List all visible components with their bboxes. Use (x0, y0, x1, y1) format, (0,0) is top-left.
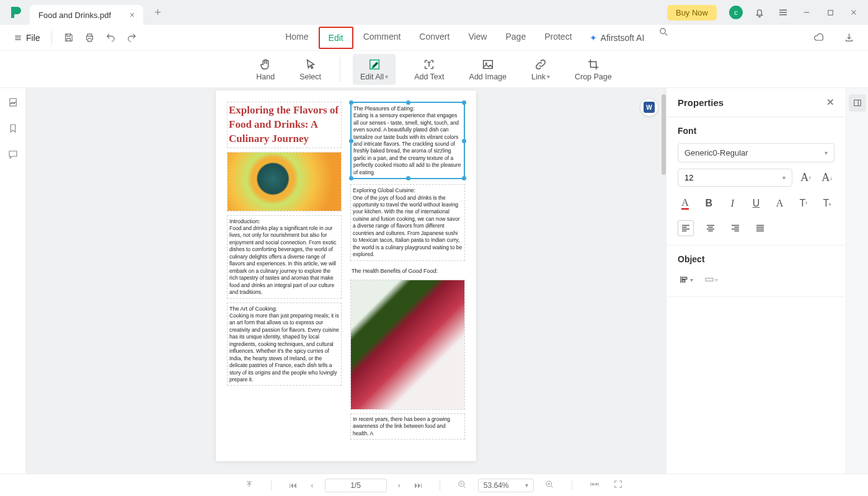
tool-edit-all[interactable]: Edit All▾ (353, 54, 396, 85)
workspace: Exploring the Flavors of Food and Drinks… (0, 88, 868, 474)
svg-rect-7 (854, 100, 861, 105)
object-section-title: Object (678, 254, 835, 264)
zoom-out-icon[interactable] (455, 480, 469, 491)
last-page-icon[interactable]: ⏭ (412, 480, 425, 490)
text-icon[interactable]: A (773, 195, 787, 211)
share-icon[interactable] (843, 32, 854, 43)
font-section-title: Font (678, 126, 835, 136)
thumbnails-icon[interactable] (7, 97, 19, 108)
tool-crop-page[interactable]: Crop Page (569, 55, 618, 84)
font-increase-icon[interactable]: A↑ (799, 170, 813, 185)
align-justify-icon[interactable] (752, 220, 768, 236)
search-icon[interactable] (658, 27, 669, 38)
underline-icon[interactable]: U (748, 195, 763, 211)
bold-icon[interactable]: B (701, 195, 716, 211)
fit-page-icon[interactable] (611, 479, 626, 491)
tool-hand[interactable]: Hand (250, 55, 281, 84)
menu-comment[interactable]: Comment (355, 27, 410, 49)
scroll-top-icon[interactable] (242, 480, 256, 490)
font-family-select[interactable]: Generic0-Regular ▾ (678, 143, 835, 162)
titlebar: Food and Drinks.pdf × + Buy Now c (0, 0, 868, 25)
chevron-down-icon: ▾ (525, 482, 528, 489)
font-size-select[interactable]: 12 ▾ (678, 169, 792, 187)
pleasures-block-selected[interactable]: The Pleasures of Eating: Eating is a sen… (350, 102, 465, 179)
menu-view[interactable]: View (459, 27, 495, 49)
tool-link[interactable]: Link▾ (525, 55, 556, 84)
page-indicator[interactable]: 1/5 (325, 479, 387, 492)
subscript-icon[interactable]: T₁ (820, 195, 835, 211)
chevron-down-icon: ▾ (782, 174, 786, 181)
hamburger-icon[interactable] (777, 7, 789, 18)
redo-icon[interactable] (126, 32, 138, 43)
right-rail (846, 88, 868, 474)
food-image[interactable] (227, 152, 342, 211)
window-maximize-icon[interactable] (825, 7, 836, 18)
menu-protect[interactable]: Protect (536, 27, 580, 49)
undo-icon[interactable] (105, 32, 117, 43)
font-decrease-icon[interactable]: A↓ (820, 170, 835, 185)
menu-ai[interactable]: ✦ Afirstsoft AI (582, 27, 652, 49)
cloud-icon[interactable] (813, 32, 825, 43)
vertical-scrollbar[interactable] (662, 94, 666, 175)
svg-point-1 (660, 29, 666, 34)
edit-ribbon: Hand Select Edit All▾ Add Text Add Image… (0, 51, 868, 88)
menu-convert[interactable]: Convert (410, 27, 458, 49)
print-icon[interactable] (84, 32, 95, 43)
prev-page-icon[interactable]: ‹ (308, 480, 316, 490)
wine-image[interactable] (350, 280, 465, 410)
new-tab-button[interactable]: + (149, 6, 166, 19)
align-right-icon[interactable] (727, 220, 743, 236)
next-page-icon[interactable]: › (396, 480, 403, 490)
svg-rect-6 (706, 278, 713, 281)
tool-add-text[interactable]: Add Text (408, 55, 450, 84)
superscript-icon[interactable]: T¹ (796, 195, 811, 211)
pdf-page: Exploring the Flavors of Food and Drinks… (216, 91, 476, 461)
main-toolbar: File Home Edit Comment Convert View Page… (0, 25, 868, 51)
left-rail (0, 88, 26, 474)
comment-rail-icon[interactable] (7, 149, 19, 160)
art-block[interactable]: The Art of Cooking: Cooking is more than… (227, 303, 342, 386)
user-avatar[interactable]: c (729, 6, 743, 19)
align-center-icon[interactable] (702, 220, 719, 236)
tool-select[interactable]: Select (293, 55, 327, 84)
zoom-in-icon[interactable] (542, 480, 557, 491)
object-distribute-icon[interactable]: ▾ (702, 272, 719, 288)
save-icon[interactable] (63, 32, 74, 43)
global-block[interactable]: Exploring Global Cuisine: One of the joy… (350, 184, 465, 260)
menu-page[interactable]: Page (497, 27, 534, 49)
document-viewport[interactable]: Exploring the Flavors of Food and Drinks… (26, 88, 666, 474)
main-menu: Home Edit Comment Convert View Page Prot… (143, 27, 808, 49)
file-menu[interactable]: File (9, 30, 45, 45)
align-left-icon[interactable] (678, 220, 694, 236)
tab-title: Food and Drinks.pdf (38, 11, 111, 20)
window-close-icon[interactable] (848, 7, 859, 18)
bell-icon[interactable] (754, 7, 765, 18)
properties-title: Properties (678, 97, 724, 108)
font-color-icon[interactable]: A (678, 195, 693, 211)
word-export-badge[interactable]: W (640, 98, 658, 117)
fit-width-icon[interactable] (587, 479, 602, 491)
sparkle-icon: ✦ (590, 33, 597, 43)
collapse-panel-icon[interactable] (849, 94, 866, 112)
bookmark-icon[interactable] (7, 123, 19, 134)
italic-icon[interactable]: I (725, 195, 740, 211)
document-tab[interactable]: Food and Drinks.pdf × (30, 5, 143, 25)
panel-close-icon[interactable]: ✕ (826, 97, 835, 108)
intro-block[interactable]: Introduction: Food and drinks play a sig… (227, 215, 342, 299)
properties-panel: Properties ✕ Font Generic0-Regular ▾ 12 … (666, 88, 846, 474)
object-align-icon[interactable]: ▾ (678, 272, 694, 288)
buy-now-button[interactable]: Buy Now (667, 5, 717, 20)
chevron-down-icon: ▾ (385, 73, 388, 80)
svg-rect-0 (828, 10, 833, 15)
tab-close-icon[interactable]: × (130, 10, 135, 20)
health-header[interactable]: The Health Benefits of Good Food: (350, 266, 465, 276)
menu-edit[interactable]: Edit (319, 27, 353, 49)
menu-home[interactable]: Home (277, 27, 317, 49)
doc-title[interactable]: Exploring the Flavors of Food and Drinks… (227, 102, 342, 148)
zoom-select[interactable]: 53.64% ▾ (478, 479, 534, 492)
tool-add-image[interactable]: Add Image (463, 55, 513, 84)
svg-rect-3 (483, 60, 492, 68)
window-minimize-icon[interactable] (801, 7, 812, 18)
first-page-icon[interactable]: ⏮ (286, 480, 299, 490)
health-block[interactable]: In recent years, there has been a growin… (350, 414, 465, 440)
